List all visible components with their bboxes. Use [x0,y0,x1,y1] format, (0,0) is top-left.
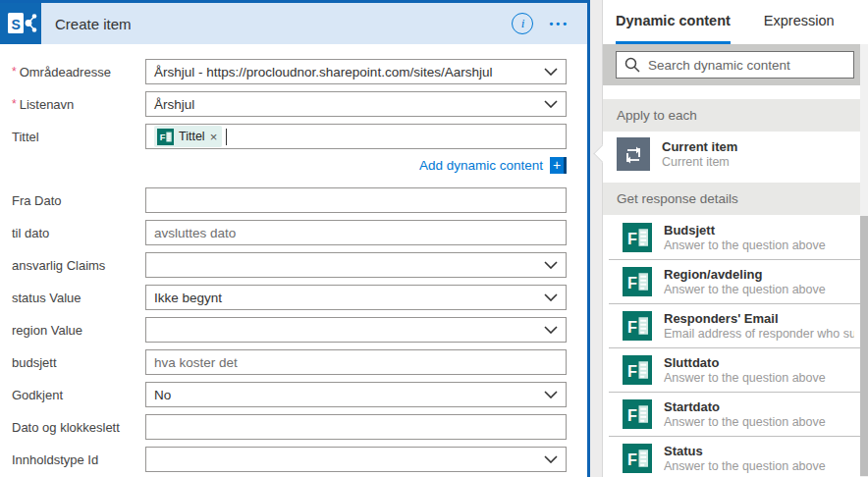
forms-icon [623,223,652,252]
omraadeadresse-dropdown[interactable]: Årshjul - https://procloudnor.sharepoint… [145,59,567,84]
dynamic-content-list: Budsjett Answer to the question above Re… [603,215,868,477]
chevron-down-icon [544,455,558,463]
field-value: Årshjul - https://procloudnor.sharepoint… [154,65,492,80]
field-label: ansvarlig Claims [12,258,145,273]
forms-icon [157,129,174,145]
dynamic-content-item-region-avdeling[interactable]: Region/avdeling Answer to the question a… [609,259,862,303]
panel-scrollbar-thumb[interactable] [860,216,868,476]
item-subtitle: Email address of responder who submitt [664,327,854,341]
field-row-omraadeadresse: *Områdeadresse Årshjul - https://proclou… [12,59,567,84]
field-row-tittel: Tittel Tittel × [12,124,567,149]
status-value-dropdown[interactable]: Ikke begynt [145,285,567,310]
field-label: budsjett [12,355,145,370]
tittel-input[interactable]: Tittel × [145,124,567,149]
ellipsis-menu-icon[interactable]: ••• [549,18,570,29]
forms-icon [623,444,652,473]
ansvarlig-claims-dropdown[interactable] [145,252,567,278]
field-value: Ikke begynt [154,291,222,305]
chevron-down-icon [544,100,558,108]
dynamic-content-token[interactable]: Tittel × [154,126,222,147]
field-label: region Value [12,323,145,338]
panel-scrollbar-track[interactable] [860,44,868,477]
field-row-innholdstype-id: Innholdstype Id [12,447,567,472]
search-input[interactable] [648,58,845,73]
field-row-ansvarlig-claims: ansvarlig Claims [12,252,567,278]
dynamic-content-item-sluttdato[interactable]: Sluttdato Answer to the question above [609,347,862,392]
section-header-get-response-details: Get response details [603,183,868,215]
search-band [603,44,868,85]
search-icon [624,57,640,73]
chevron-down-icon [544,391,558,398]
text-cursor [226,129,227,145]
info-icon[interactable]: i [512,13,533,34]
fra-dato-input[interactable] [145,187,567,213]
add-dynamic-content-plus-button[interactable]: + [550,157,567,174]
field-row-fra-dato: Fra Dato [12,187,567,213]
innholdstype-id-dropdown[interactable] [145,447,567,472]
field-label: til dato [12,226,145,240]
dynamic-content-panel: Dynamic content Expression Apply to each… [602,0,868,477]
field-placeholder: avsluttes dato [154,226,236,240]
card-title: Create item [55,16,512,32]
sharepoint-icon [0,3,41,44]
item-subtitle: Answer to the question above [664,283,854,296]
dynamic-content-item-responders-email[interactable]: Responders' Email Email address of respo… [609,303,862,347]
field-placeholder: hva koster det [154,355,238,370]
field-row-budsjett: budsjett hva koster det [12,349,567,375]
tab-dynamic-content[interactable]: Dynamic content [616,13,731,44]
dynamic-content-item-current-item[interactable]: Current item Current item [603,132,868,177]
forms-icon [623,399,652,429]
card-body: *Områdeadresse Årshjul - https://proclou… [0,44,587,472]
listenavn-dropdown[interactable]: Årshjul [145,91,567,117]
field-row-til-dato: til dato avsluttes dato [12,220,567,245]
item-subtitle: Answer to the question above [664,371,854,385]
item-title: Responders' Email [664,311,854,326]
token-close-icon[interactable]: × [210,131,218,143]
item-title: Startdato [664,399,854,414]
item-subtitle: Current item [662,155,860,169]
dynamic-content-item-status[interactable]: Status Answer to the question above [609,436,862,477]
field-row-status-value: status Value Ikke begynt [12,285,567,310]
forms-icon [623,311,652,341]
til-dato-input[interactable]: avsluttes dato [145,220,567,245]
create-item-card: Create item i ••• *Områdeadresse Årshjul… [0,0,590,477]
field-row-godkjent: Godkjent No [12,382,567,407]
dynamic-content-item-startdato[interactable]: Startdato Answer to the question above [609,392,862,436]
token-label: Tittel [179,130,205,143]
field-label: Tittel [12,130,145,144]
field-row-listenavn: *Listenavn Årshjul [12,91,567,117]
field-label: Innholdstype Id [12,452,145,467]
budsjett-input[interactable]: hva koster det [145,349,567,375]
field-value: Årshjul [154,97,194,112]
chevron-down-icon [544,326,558,334]
add-dynamic-content-link[interactable]: Add dynamic content [419,158,543,173]
item-title: Current item [662,139,860,154]
item-title: Budsjett [664,223,854,238]
dato-og-klokkeslett-input[interactable] [145,414,567,440]
dynamic-content-item-budsjett[interactable]: Budsjett Answer to the question above [609,215,862,259]
field-label: Dato og klokkeslett [12,420,145,435]
field-label: status Value [12,291,145,305]
item-title: Region/avdeling [664,267,854,282]
godkjent-dropdown[interactable]: No [145,382,567,407]
apply-to-each-icon [617,137,650,171]
item-title: Sluttdato [664,355,854,370]
card-header-actions: i ••• [512,13,570,34]
required-asterisk: * [12,65,17,79]
region-value-dropdown[interactable] [145,317,567,343]
tab-expression[interactable]: Expression [764,13,835,44]
section-header-apply-to-each: Apply to each [603,99,868,132]
item-subtitle: Answer to the question above [664,415,854,429]
required-asterisk: * [12,97,17,111]
add-dynamic-content-row: Add dynamic content + [12,156,567,174]
flow-designer: Create item i ••• *Områdeadresse Årshjul… [0,0,868,477]
field-label: *Områdeadresse [12,65,145,80]
field-label: *Listenavn [12,97,145,112]
field-label: Godkjent [12,388,145,402]
search-box[interactable] [616,51,854,79]
field-value: No [154,388,171,402]
card-header[interactable]: Create item i ••• [0,3,587,44]
field-label: Fra Dato [12,193,145,208]
chevron-down-icon [544,293,558,301]
field-row-dato-og-klokkeslett: Dato og klokkeslett [12,414,567,440]
